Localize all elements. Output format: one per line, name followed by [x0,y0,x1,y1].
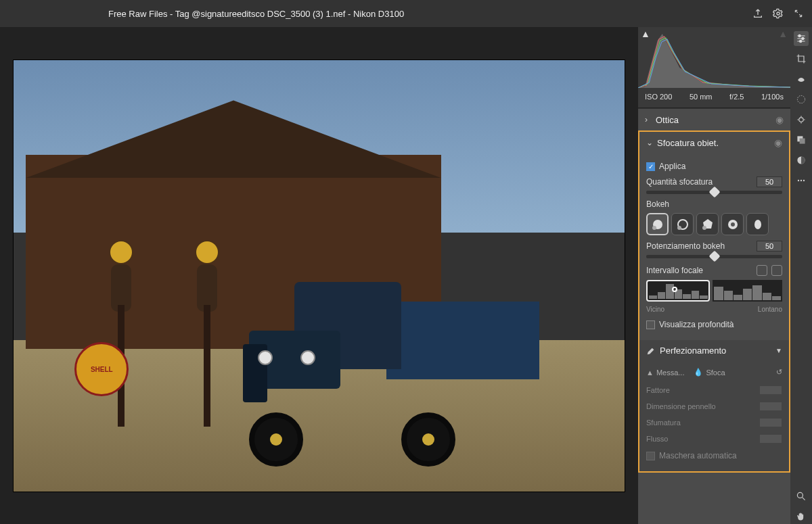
photo-preview: SHELL [13,59,625,492]
automask-label: Maschera automatica [659,451,737,460]
shadow-clip-icon[interactable]: ▲ [641,28,650,39]
chevron-down-icon: ⌄ [646,138,653,147]
exif-aperture: f/2.5 [729,93,744,101]
focal-range: Intervallo focale [646,265,782,313]
eye-icon[interactable]: ◉ [774,137,782,148]
point-select-icon[interactable] [771,265,782,276]
svg-point-14 [799,118,803,122]
panel-lens-blur-header[interactable]: ⌄ Sfocatura obiet. ◉ [639,132,789,153]
blur-amount-label: Quantità sfocatura [646,177,713,187]
hand-icon[interactable] [794,509,809,524]
flow-value[interactable] [759,434,782,444]
svg-point-13 [797,95,805,103]
heal-icon[interactable] [794,72,809,87]
edit-sliders-icon[interactable] [794,31,809,46]
panel-lens-blur: ⌄ Sfocatura obiet. ◉ ✓ Applica Quantità … [638,130,790,473]
blur-amount-value[interactable]: 50 [757,176,782,187]
apply-label: Applica [659,162,685,171]
bokeh-label: Bokeh [646,199,782,209]
depth-checkbox[interactable] [646,320,655,329]
top-bar: Free Raw Files - Tag @signatureeditsco D… [0,0,812,27]
panel-refinement-header[interactable]: Perfezionamento ▼ [639,340,789,361]
apply-checkbox[interactable]: ✓ [646,162,655,171]
svg-point-0 [777,12,780,15]
bokeh-circle-button[interactable] [646,213,669,235]
svg-point-8 [731,222,735,227]
brush-icon [646,346,656,356]
panel-lens-blur-title: Sfocatura obiet. [657,138,770,148]
canvas[interactable]: SHELL [0,27,638,524]
panel-refinement-title: Perfezionamento [660,346,771,356]
blur-amount-row: Quantità sfocatura 50 [646,176,782,194]
svg-point-10 [798,34,800,37]
focal-map-near[interactable] [646,280,710,302]
redeye-icon[interactable] [794,112,809,127]
brush-size-row: Dimensione pennello [646,398,782,414]
circle-half-icon[interactable] [794,153,809,168]
chevron-right-icon: › [645,115,652,124]
depth-row[interactable]: Visualizza profondità [646,320,782,329]
svg-point-19 [800,180,802,181]
svg-point-18 [798,180,799,181]
panel-optics-title: Ottica [656,115,771,125]
factor-value[interactable] [759,385,782,395]
svg-point-9 [754,220,761,229]
bokeh-soap-button[interactable] [671,213,694,235]
panel-optics: › Ottica ◉ [638,108,790,130]
blur-amount-slider[interactable] [646,191,782,194]
focal-range-label: Intervallo focale [646,266,703,275]
svg-rect-16 [800,139,805,144]
fullscreen-icon[interactable] [792,7,805,20]
automask-checkbox[interactable] [646,452,655,460]
reset-icon[interactable]: ↺ [776,368,782,377]
layers-icon[interactable] [794,133,809,147]
bokeh-shape-row [646,213,782,235]
exif-row: ISO 200 50 mm f/2.5 1/100s [638,88,790,105]
bokeh-boost-label: Potenziamento bokeh [646,241,725,251]
triangle-down-icon: ▼ [775,347,782,354]
bokeh-boost-row: Potenziamento bokeh 50 [646,241,782,258]
mask-circle-icon[interactable] [794,92,809,107]
svg-point-20 [803,180,805,181]
tool-strip [790,27,812,524]
svg-point-4 [677,226,681,230]
zoom-icon[interactable] [794,489,809,504]
file-title: Free Raw Files - Tag @signatureeditsco D… [7,9,744,19]
eye-icon[interactable]: ◉ [775,114,784,125]
svg-point-21 [797,492,803,498]
bokeh-boost-value[interactable]: 50 [757,241,782,252]
focal-near-label: Vicino [646,306,664,313]
factor-row: Fattore [646,382,782,398]
bokeh-blade-button[interactable] [696,213,719,235]
shell-sign: SHELL [74,342,129,396]
brush-size-value[interactable] [759,402,782,411]
subject-select-icon[interactable] [757,265,767,276]
svg-point-11 [802,37,804,39]
svg-point-6 [702,226,706,230]
exif-focal: 50 mm [690,93,713,101]
blur-brush-button[interactable]: 💧 Sfoca [694,368,725,377]
focal-far-label: Lontano [758,306,782,313]
export-icon[interactable] [751,7,765,20]
panel-optics-header[interactable]: › Ottica ◉ [638,109,790,130]
depth-label: Visualizza profondità [659,320,734,329]
gear-icon[interactable] [771,7,785,20]
automask-row[interactable]: Maschera automatica [646,451,782,460]
crop-icon[interactable] [794,51,809,66]
histogram[interactable]: ▲ ▲ ISO 200 50 mm f/2.5 1/100s [638,27,790,108]
feather-row: Sfumatura [646,414,782,431]
bokeh-cat-button[interactable] [746,213,769,235]
more-icon[interactable] [794,173,809,188]
bokeh-boost-slider[interactable] [646,255,782,258]
bokeh-ring-button[interactable] [721,213,744,235]
exif-iso: ISO 200 [645,93,672,101]
highlight-clip-icon[interactable]: ▲ [778,28,788,39]
feather-value[interactable] [759,418,782,427]
focal-map-far[interactable] [713,280,782,302]
exif-shutter: 1/100s [761,93,784,101]
svg-point-2 [652,226,656,230]
focus-brush-button[interactable]: ▲ Messa... [646,368,684,377]
inspector-panel: ▲ ▲ ISO 200 50 mm f/2.5 1/100s › Ottica … [638,27,790,524]
svg-point-12 [800,40,802,42]
apply-row[interactable]: ✓ Applica [646,162,782,171]
